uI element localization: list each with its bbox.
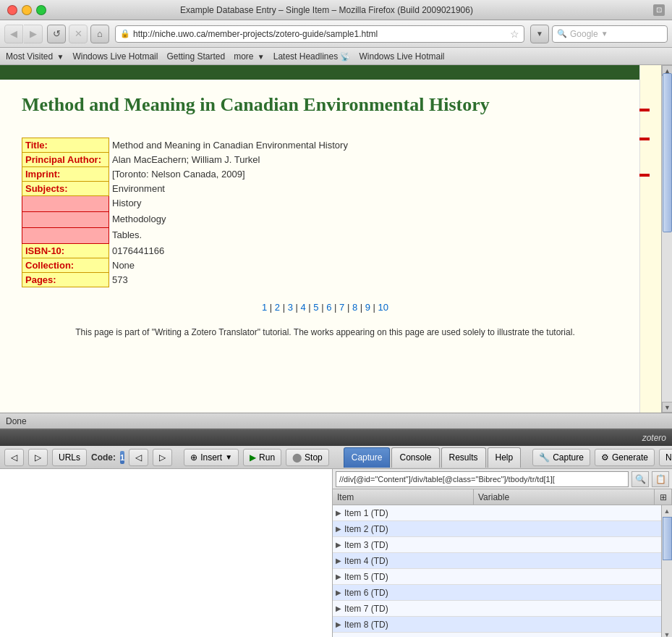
- dropdown-icon: ▼: [56, 53, 64, 61]
- table-row: Imprint: [Toronto: Nelson Canada, 2009]: [22, 167, 352, 182]
- bookmark-hotmail-2[interactable]: Windows Live Hotmail: [359, 51, 444, 62]
- home-button[interactable]: ⌂: [90, 25, 109, 43]
- prev-code-btn[interactable]: ◁: [129, 449, 148, 466]
- page-link-2[interactable]: 2: [275, 302, 280, 313]
- scrollbar-track[interactable]: ▲ ▼: [661, 65, 672, 413]
- status-text: Done: [6, 416, 666, 426]
- list-item[interactable]: ▶ Item 6 (TD): [333, 585, 661, 601]
- z-scroll-thumb[interactable]: [663, 517, 672, 560]
- list-item[interactable]: ▶ Item 4 (TD): [333, 553, 661, 569]
- zotero-editor[interactable]: [0, 469, 332, 637]
- table-row: Principal Author: Alan MacEachern; Willi…: [22, 153, 352, 167]
- red-mark-2: [639, 138, 650, 140]
- search-dropdown-icon[interactable]: ▼: [601, 30, 608, 38]
- field-label-methodology: [22, 212, 109, 228]
- list-item[interactable]: ▶ Item 3 (TD): [333, 537, 661, 553]
- address-bar[interactable]: 🔒 http://niche.uwo.ca/member-projects/zo…: [115, 25, 524, 43]
- bookmark-headlines[interactable]: Latest Headlines 📡: [273, 51, 351, 62]
- page-link-9[interactable]: 9: [365, 302, 370, 313]
- back-button[interactable]: ◀: [4, 25, 23, 43]
- insert-button[interactable]: ⊕ Insert ▼: [184, 449, 239, 466]
- next-code-btn[interactable]: ▷: [153, 449, 172, 466]
- z-scroll-up-arrow[interactable]: ▲: [662, 505, 672, 516]
- urls-label: URLs: [59, 452, 80, 463]
- close-button[interactable]: [7, 5, 17, 15]
- stop-button[interactable]: ⬤ Stop: [286, 449, 329, 466]
- bookmark-hotmail-1[interactable]: Windows Live Hotmail: [72, 51, 158, 62]
- field-label-history: [22, 196, 109, 212]
- tab-console[interactable]: Console: [391, 447, 439, 468]
- code-label: Code:: [91, 452, 116, 463]
- window-controls[interactable]: [7, 5, 46, 15]
- window-title: Example Database Entry – Single Item – M…: [46, 5, 607, 15]
- table-row: History: [22, 196, 352, 212]
- list-item[interactable]: ▶ Item 7 (TD): [333, 601, 661, 617]
- generate-label: Generate: [612, 452, 648, 463]
- field-value-methodology: Methodology: [109, 212, 352, 228]
- zotero-panel: zotero ◁ ▷ URLs Code: 1 ◁ ▷ ⊕ Insert ▼ ▶…: [0, 429, 672, 637]
- search-icon: 🔍: [557, 29, 567, 38]
- right-margin: [639, 65, 661, 413]
- red-mark-1: [639, 109, 650, 111]
- generate-icon: ⚙: [601, 452, 609, 463]
- xpath-input[interactable]: [336, 471, 629, 487]
- reload-button[interactable]: ↺: [47, 25, 66, 43]
- right-capture-btn[interactable]: 🔧 Capture: [532, 449, 590, 466]
- generate-btn[interactable]: ⚙ Generate: [595, 449, 655, 466]
- tab-results[interactable]: Results: [441, 447, 486, 468]
- row-arrow-icon: ▶: [333, 589, 344, 596]
- run-button[interactable]: ▶ Run: [243, 449, 281, 466]
- forward-icon-btn[interactable]: ▷: [28, 449, 48, 466]
- scrollbar-thumb[interactable]: [663, 73, 672, 232]
- bookmark-star-icon[interactable]: ☆: [510, 28, 519, 40]
- table-row: Methodology: [22, 212, 352, 228]
- back-forward-group: ◀ ▶: [4, 25, 43, 43]
- zotero-editor-panel[interactable]: [0, 469, 333, 637]
- resize-icon: ⊡: [653, 4, 665, 16]
- page-link-5[interactable]: 5: [313, 302, 318, 313]
- list-item[interactable]: ▶ Item 8 (TD): [333, 617, 661, 633]
- page-link-3[interactable]: 3: [288, 302, 293, 313]
- row-arrow-icon: ▶: [333, 557, 344, 565]
- list-item[interactable]: ▶ Item 1 (TD): [333, 505, 661, 521]
- xpath-bar: 🔍 📋: [333, 469, 672, 489]
- page-link-10[interactable]: 10: [378, 302, 388, 313]
- scroll-down-arrow[interactable]: ▼: [662, 402, 672, 413]
- list-item[interactable]: ▶ Item 2 (TD): [333, 521, 661, 537]
- field-value-author: Alan MacEachern; William J. Turkel: [109, 153, 352, 167]
- stop-icon: ⬤: [292, 452, 302, 463]
- list-item[interactable]: ▶ Item 9 (TD): [333, 633, 661, 637]
- minimize-button[interactable]: [22, 5, 32, 15]
- code-number: 1: [120, 451, 124, 464]
- bookmark-most-visited[interactable]: Most Visited ▼: [6, 51, 64, 62]
- back-icon-btn[interactable]: ◁: [4, 449, 24, 466]
- field-label-title: Title:: [22, 138, 109, 153]
- xpath-search-btn[interactable]: 🔍: [631, 471, 649, 487]
- table-row: ISBN-10: 0176441166: [22, 244, 352, 258]
- nav-bar: ◀ ▶ ↺ ✕ ⌂ 🔒 http://niche.uwo.ca/member-p…: [0, 20, 672, 48]
- page-link-4[interactable]: 4: [301, 302, 306, 313]
- zotero-scrollbar[interactable]: ▲ ▼: [661, 505, 672, 637]
- search-bar[interactable]: 🔍 Google ▼: [552, 25, 668, 43]
- bookmark-more[interactable]: more ▼: [234, 51, 265, 62]
- field-label-author: Principal Author:: [22, 153, 109, 167]
- tab-help[interactable]: Help: [488, 447, 522, 468]
- maximize-button[interactable]: [36, 5, 46, 15]
- tab-capture[interactable]: Capture: [344, 447, 391, 468]
- item-3-label: Item 3 (TD): [344, 540, 661, 550]
- item-list-container: ▶ Item 1 (TD) ▶ Item 2 (TD) ▶ Item 3 (TD…: [333, 505, 672, 637]
- xpath-copy-btn[interactable]: 📋: [652, 471, 669, 487]
- bookmark-getting-started[interactable]: Getting Started: [166, 51, 225, 62]
- row-arrow-icon: ▶: [333, 509, 344, 517]
- forward-button[interactable]: ▶: [24, 25, 43, 43]
- dropdown-arrow-icon[interactable]: ▼: [530, 25, 549, 43]
- z-scroll-down-arrow[interactable]: ▼: [662, 629, 672, 637]
- bookmarks-bar: Most Visited ▼ Windows Live Hotmail Gett…: [0, 48, 672, 65]
- item-5-label: Item 5 (TD): [344, 572, 661, 582]
- th-end-btn[interactable]: ⊞: [655, 489, 672, 505]
- item-1-label: Item 1 (TD): [344, 508, 661, 518]
- list-item[interactable]: ▶ Item 5 (TD): [333, 569, 661, 585]
- stop-button[interactable]: ✕: [69, 25, 88, 43]
- urls-button[interactable]: URLs: [52, 449, 87, 466]
- name-btn[interactable]: Name ▼: [659, 449, 672, 466]
